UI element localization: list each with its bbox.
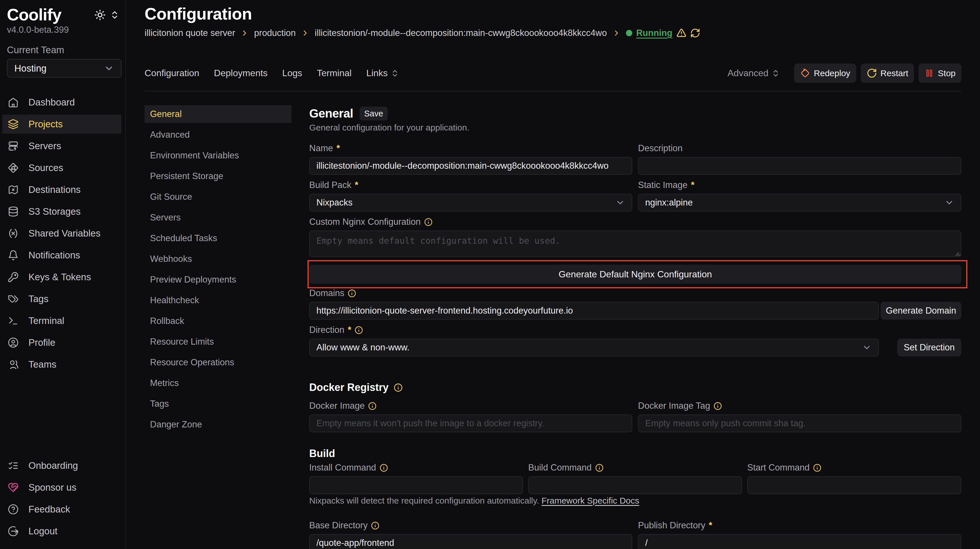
home-icon <box>8 97 19 108</box>
section-title-build: Build <box>309 447 961 460</box>
sidebar-item-sponsor-us[interactable]: Sponsor us <box>2 478 121 497</box>
status-link[interactable]: Running <box>636 28 673 38</box>
static-image-select[interactable]: nginx:alpine <box>638 194 961 212</box>
sidebar: Coolify v4.0.0-beta.399 Current Team Hos… <box>0 0 126 549</box>
subnav-item-webhooks[interactable]: Webhooks <box>145 250 291 268</box>
sidebar-item-label: Teams <box>29 359 56 370</box>
key-icon <box>8 272 19 283</box>
sidebar-item-keys-tokens[interactable]: Keys & Tokens <box>2 267 121 286</box>
redeploy-button[interactable]: Redeploy <box>794 64 856 83</box>
advanced-dropdown[interactable]: Advanced <box>727 68 780 78</box>
base-directory-input[interactable] <box>309 534 632 549</box>
subnav-item-danger-zone[interactable]: Danger Zone <box>145 415 291 433</box>
tab-logs[interactable]: Logs <box>282 68 302 78</box>
subnav-item-tags[interactable]: Tags <box>145 395 291 413</box>
sidebar-item-label: Shared Variables <box>29 228 100 239</box>
chevron-right-icon <box>240 29 249 37</box>
nixpacks-helper-text: Nixpacks will detect the required config… <box>309 496 961 506</box>
breadcrumb-environment[interactable]: production <box>254 28 296 38</box>
info-icon[interactable] <box>595 464 603 472</box>
subnav-item-servers[interactable]: Servers <box>145 208 291 226</box>
sidebar-item-dashboard[interactable]: Dashboard <box>2 93 121 112</box>
sidebar-item-notifications[interactable]: Notifications <box>2 246 121 265</box>
subnav-item-resource-limits[interactable]: Resource Limits <box>145 333 291 351</box>
stop-button[interactable]: Stop <box>918 64 961 83</box>
sun-icon[interactable] <box>94 9 106 21</box>
info-icon[interactable] <box>380 464 388 472</box>
subnav-item-resource-operations[interactable]: Resource Operations <box>145 353 291 371</box>
install-command-input[interactable] <box>309 476 523 494</box>
tab-configuration[interactable]: Configuration <box>145 68 199 78</box>
sidebar-item-profile[interactable]: Profile <box>2 333 121 352</box>
chevron-right-icon <box>612 29 621 37</box>
save-button[interactable]: Save <box>360 107 388 121</box>
sidebar-item-terminal[interactable]: Terminal <box>2 311 121 330</box>
tabbar: Configuration Deployments Logs Terminal … <box>145 64 980 83</box>
sidebar-item-tags[interactable]: Tags <box>2 290 121 309</box>
info-icon[interactable] <box>348 289 356 298</box>
resize-handle-icon[interactable] <box>953 250 959 256</box>
subnav-item-preview-deployments[interactable]: Preview Deployments <box>145 271 291 289</box>
info-icon[interactable] <box>424 218 433 226</box>
subnav-item-metrics[interactable]: Metrics <box>145 374 291 392</box>
sidebar-item-logout[interactable]: Logout <box>2 522 121 541</box>
info-icon[interactable] <box>371 521 379 530</box>
theme-chevrons-icon[interactable] <box>110 10 119 20</box>
refresh-icon[interactable] <box>690 28 700 38</box>
framework-docs-link[interactable]: Framework Specific Docs <box>541 496 639 505</box>
set-direction-button[interactable]: Set Direction <box>897 339 961 356</box>
description-label: Description <box>638 143 961 153</box>
subnav-item-environment-variables[interactable]: Environment Variables <box>145 146 291 164</box>
subnav-item-advanced[interactable]: Advanced <box>145 126 291 144</box>
tab-deployments[interactable]: Deployments <box>214 68 267 78</box>
custom-nginx-textarea[interactable] <box>309 231 961 257</box>
generate-nginx-button[interactable]: Generate Default Nginx Configuration <box>309 265 961 284</box>
subnav-item-persistent-storage[interactable]: Persistent Storage <box>145 167 291 185</box>
docker-image-tag-input[interactable] <box>638 414 961 432</box>
required-asterisk: * <box>348 325 351 335</box>
tab-terminal[interactable]: Terminal <box>317 68 352 78</box>
domains-input[interactable] <box>309 302 879 320</box>
sidebar-item-sources[interactable]: Sources <box>2 158 121 177</box>
variable-icon <box>8 228 19 239</box>
info-icon[interactable] <box>813 464 821 472</box>
docker-image-input[interactable] <box>309 414 632 432</box>
sidebar-item-feedback[interactable]: Feedback <box>2 500 121 519</box>
git-source-icon <box>8 162 19 173</box>
build-pack-select[interactable]: Nixpacks <box>309 194 632 212</box>
description-input[interactable] <box>638 157 961 175</box>
heart-handshake-icon <box>8 482 19 493</box>
tab-links[interactable]: Links <box>366 68 399 78</box>
sidebar-item-projects[interactable]: Projects <box>2 115 121 134</box>
breadcrumb-application[interactable]: illicitestonion/-module--decomposition:m… <box>315 28 607 38</box>
subnav-item-general[interactable]: General <box>145 105 291 123</box>
chevron-right-icon <box>301 29 310 37</box>
info-icon[interactable] <box>394 383 402 392</box>
build-command-input[interactable] <box>528 476 742 494</box>
subnav-item-healthcheck[interactable]: Healthcheck <box>145 291 291 309</box>
tags-icon <box>8 293 19 304</box>
sidebar-item-label: Servers <box>29 140 61 151</box>
sidebar-item-servers[interactable]: Servers <box>2 137 121 156</box>
sidebar-item-shared-variables[interactable]: Shared Variables <box>2 224 121 243</box>
info-icon[interactable] <box>368 402 377 410</box>
generate-domain-button[interactable]: Generate Domain <box>881 302 961 320</box>
breadcrumb-project[interactable]: illicitonion quote server <box>145 28 235 38</box>
info-icon[interactable] <box>355 326 363 334</box>
team-select[interactable]: Hosting <box>7 59 122 78</box>
breadcrumb: illicitonion quote server production ill… <box>145 28 980 38</box>
subnav-item-rollback[interactable]: Rollback <box>145 312 291 330</box>
sidebar-item-teams[interactable]: Teams <box>2 355 121 374</box>
info-icon[interactable] <box>714 402 722 410</box>
restart-button[interactable]: Restart <box>861 64 914 83</box>
subnav-item-git-source[interactable]: Git Source <box>145 188 291 206</box>
sidebar-item-s3-storages[interactable]: S3 Storages <box>2 202 121 221</box>
sidebar-item-onboarding[interactable]: Onboarding <box>2 456 121 475</box>
warning-icon[interactable] <box>676 28 687 38</box>
subnav-item-scheduled-tasks[interactable]: Scheduled Tasks <box>145 229 291 247</box>
sidebar-item-destinations[interactable]: Destinations <box>2 180 121 199</box>
direction-select[interactable]: Allow www & non-www. <box>309 339 879 356</box>
publish-directory-input[interactable] <box>638 534 961 549</box>
name-input[interactable] <box>309 157 632 175</box>
start-command-input[interactable] <box>747 476 961 494</box>
